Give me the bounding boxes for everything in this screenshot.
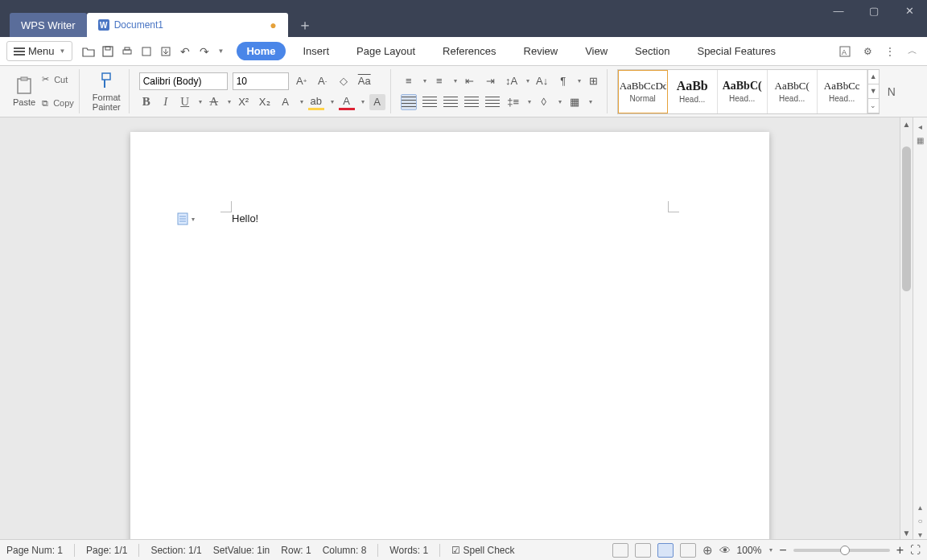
change-case-icon[interactable]: Aa bbox=[356, 73, 373, 89]
redo-icon[interactable]: ↷ bbox=[196, 43, 212, 60]
tab-review[interactable]: Review bbox=[514, 42, 568, 60]
outline-view-icon[interactable] bbox=[680, 543, 696, 558]
char-shading-icon[interactable]: A bbox=[369, 94, 385, 110]
qat-dropdown-icon[interactable]: ▼ bbox=[217, 47, 224, 55]
underline-button[interactable]: U bbox=[178, 95, 192, 109]
print-layout-view-icon[interactable] bbox=[657, 543, 674, 558]
open-icon[interactable] bbox=[80, 43, 97, 60]
sort-icon[interactable]: A↓ bbox=[534, 73, 550, 89]
highlight-icon[interactable]: ab bbox=[308, 94, 324, 110]
font-family-select[interactable] bbox=[139, 72, 228, 90]
print-icon[interactable] bbox=[119, 43, 135, 60]
page[interactable]: ▾ Hello! bbox=[130, 132, 769, 539]
strikethrough-button[interactable]: A bbox=[207, 95, 221, 109]
status-words[interactable]: Words: 1 bbox=[389, 545, 428, 556]
minimize-button[interactable]: — bbox=[821, 0, 856, 21]
text-direction-icon[interactable]: ↕A bbox=[504, 73, 520, 89]
reading-view-icon[interactable] bbox=[635, 543, 651, 558]
font-color-icon[interactable]: A bbox=[339, 94, 355, 110]
text-effects-icon[interactable]: A bbox=[278, 94, 294, 110]
app-tab[interactable]: WPS Writer bbox=[10, 13, 87, 37]
bold-button[interactable]: B bbox=[139, 95, 154, 109]
zoom-knob[interactable] bbox=[840, 546, 850, 555]
numbering-icon[interactable]: ≡ bbox=[431, 73, 447, 89]
clear-format-icon[interactable]: ◇ bbox=[336, 73, 352, 89]
shrink-font-icon[interactable]: A- bbox=[315, 73, 331, 89]
save-icon[interactable] bbox=[100, 43, 116, 60]
fullscreen-view-icon[interactable] bbox=[612, 543, 628, 558]
dock-collapse-icon[interactable]: ◂ bbox=[918, 122, 922, 131]
subscript-button[interactable]: X₂ bbox=[257, 94, 273, 110]
eye-protect-icon[interactable]: 👁 bbox=[719, 544, 731, 557]
status-section[interactable]: Section: 1/1 bbox=[150, 545, 201, 556]
scroll-up-icon[interactable]: ▲ bbox=[900, 117, 913, 130]
web-view-icon[interactable]: ⊕ bbox=[702, 543, 713, 558]
tab-special-features[interactable]: Special Features bbox=[687, 42, 785, 60]
tab-view[interactable]: View bbox=[575, 42, 617, 60]
zoom-out-button[interactable]: − bbox=[779, 543, 786, 558]
collapse-ribbon-icon[interactable]: ︿ bbox=[904, 43, 921, 60]
status-column[interactable]: Column: 8 bbox=[323, 545, 367, 556]
style-normal[interactable]: AaBbCcDd Normal bbox=[618, 70, 668, 113]
dock-next-icon[interactable]: ▾ bbox=[918, 530, 922, 539]
line-spacing-icon[interactable]: ‡≡ bbox=[505, 94, 521, 110]
zoom-in-button[interactable]: + bbox=[896, 543, 904, 558]
tab-section[interactable]: Section bbox=[625, 42, 679, 60]
tab-home[interactable]: Home bbox=[237, 42, 285, 60]
scroll-thumb[interactable] bbox=[902, 146, 911, 291]
align-center-icon[interactable] bbox=[422, 94, 438, 110]
output-icon[interactable] bbox=[158, 43, 174, 60]
show-marks-icon[interactable]: ⊞ bbox=[586, 73, 602, 89]
vertical-scrollbar[interactable]: ▲ ▼ bbox=[900, 117, 913, 539]
dock-circle-icon[interactable]: ○ bbox=[917, 517, 922, 525]
grow-font-icon[interactable]: A+ bbox=[294, 73, 310, 89]
style-heading1[interactable]: AaBb Head... bbox=[668, 70, 718, 113]
new-style-button[interactable]: N bbox=[884, 69, 899, 114]
undo-icon[interactable]: ↶ bbox=[177, 43, 193, 60]
underline-dropdown-icon[interactable]: ▾ bbox=[199, 98, 202, 105]
bullets-icon[interactable]: ≡ bbox=[401, 73, 417, 89]
style-heading2[interactable]: AaBbC( Head... bbox=[718, 70, 768, 113]
bestfit-icon[interactable]: ⛶ bbox=[910, 544, 921, 556]
status-row[interactable]: Row: 1 bbox=[281, 545, 311, 556]
justify-icon[interactable] bbox=[464, 94, 480, 110]
scroll-down-icon[interactable]: ▼ bbox=[900, 526, 913, 539]
copy-button[interactable]: ⧉Copy bbox=[42, 93, 74, 114]
decrease-indent-icon[interactable]: ⇤ bbox=[462, 73, 478, 89]
status-page-num[interactable]: Page Num: 1 bbox=[6, 545, 63, 556]
cut-button[interactable]: ✂Cut bbox=[42, 69, 74, 90]
tab-page-layout[interactable]: Page Layout bbox=[347, 42, 425, 60]
increase-indent-icon[interactable]: ⇥ bbox=[483, 73, 499, 89]
spell-check-button[interactable]: ☑ Spell Check bbox=[451, 545, 514, 556]
font-size-select[interactable] bbox=[233, 72, 289, 90]
style-heading3[interactable]: AaBbC( Head... bbox=[768, 70, 818, 113]
document-text[interactable]: Hello! bbox=[232, 212, 258, 224]
borders-icon[interactable]: ▦ bbox=[566, 94, 583, 110]
close-button[interactable]: ✕ bbox=[892, 0, 927, 21]
styles-scroll-down[interactable]: ▼ bbox=[868, 84, 879, 99]
dock-prev-icon[interactable]: ▴ bbox=[918, 503, 922, 512]
scroll-track[interactable] bbox=[900, 130, 913, 526]
align-left-icon[interactable] bbox=[401, 94, 417, 110]
new-tab-button[interactable]: ＋ bbox=[288, 13, 322, 37]
status-page[interactable]: Page: 1/1 bbox=[86, 545, 127, 556]
styles-more[interactable]: ⌄ bbox=[868, 99, 879, 113]
status-setvalue[interactable]: SetValue: 1in bbox=[213, 545, 270, 556]
style-heading4[interactable]: AaBbCc Head... bbox=[818, 70, 867, 113]
distributed-icon[interactable] bbox=[484, 94, 501, 110]
tab-references[interactable]: References bbox=[433, 42, 505, 60]
format-painter-button[interactable]: FormatPainter bbox=[89, 69, 124, 113]
maximize-button[interactable]: ▢ bbox=[856, 0, 892, 21]
print-preview-icon[interactable] bbox=[138, 43, 154, 60]
dock-item-icon[interactable]: ▦ bbox=[917, 136, 924, 145]
document-tab[interactable]: W Document1 ● bbox=[87, 13, 288, 37]
zoom-dropdown-icon[interactable]: ▾ bbox=[769, 546, 772, 554]
superscript-button[interactable]: X² bbox=[236, 94, 252, 110]
tab-insert[interactable]: Insert bbox=[294, 42, 340, 60]
zoom-slider[interactable] bbox=[793, 549, 890, 552]
line-tools-icon[interactable]: ¶ bbox=[555, 73, 571, 89]
more-icon[interactable]: ⋮ bbox=[882, 43, 898, 60]
settings-icon[interactable]: ⚙ bbox=[859, 43, 876, 60]
docer-icon[interactable]: A bbox=[837, 43, 853, 60]
shading-icon[interactable]: ◊ bbox=[536, 94, 552, 110]
